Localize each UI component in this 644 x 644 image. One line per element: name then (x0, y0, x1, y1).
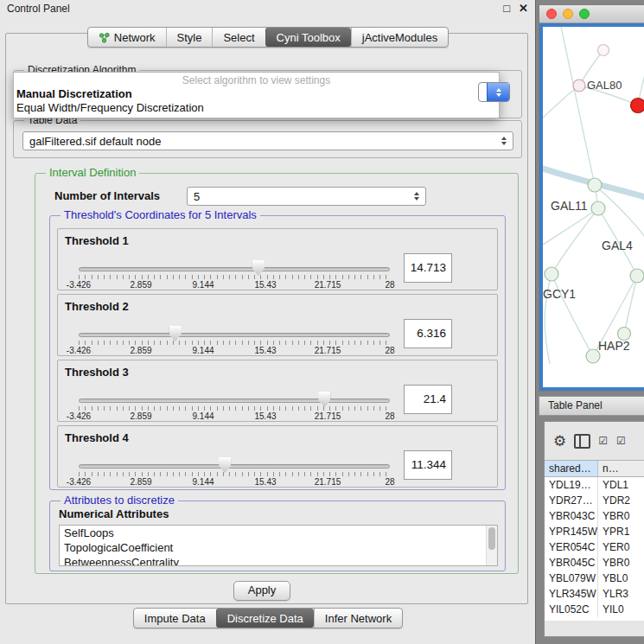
scale-label: 2.859 (130, 346, 151, 355)
table-row[interactable]: YDR27…YDR2 (545, 493, 644, 508)
number-of-intervals-combo[interactable]: 5 (187, 187, 426, 206)
network-canvas[interactable]: GAL80 GAL11 GAL4 GCY1 HAP2 (543, 27, 644, 387)
scrollbar-thumb[interactable] (488, 527, 495, 550)
scale-label: 15.43 (254, 477, 276, 487)
list-item[interactable]: BetweennessCentrality (60, 555, 497, 566)
number-of-intervals-value: 5 (194, 190, 409, 203)
tab-network-label: Network (114, 31, 156, 44)
tab-jactivemodules[interactable]: jActiveModules (351, 28, 448, 47)
popup-option-equal-width-frequency[interactable]: Equal Width/Frequency Discretization (14, 101, 499, 115)
algorithm-combo-endcap[interactable] (478, 82, 510, 102)
threshold-1-slider-thumb[interactable] (252, 260, 265, 276)
slider-scale-labels: -3.426 2.859 9.144 15.43 21.715 28 (79, 477, 390, 488)
table-data-combo[interactable]: galFiltered.sif default node (22, 131, 513, 150)
cell[interactable]: YBR043C (545, 508, 598, 524)
gear-icon[interactable]: ⚙ (553, 434, 566, 449)
scale-label: 21.715 (315, 346, 341, 355)
tab-impute-data[interactable]: Impute Data (134, 609, 216, 628)
control-panel-titlebar: Control Panel □ ✕ (0, 0, 535, 16)
tab-discretize-data-label: Discretize Data (227, 612, 303, 625)
tab-infer-network[interactable]: Infer Network (314, 609, 402, 628)
column-header-shared-name[interactable]: shared… (545, 461, 598, 476)
window-title: Control Panel (7, 3, 70, 15)
list-item[interactable]: SelfLoops (60, 526, 497, 540)
threshold-2-slider: -3.426 2.859 9.144 15.43 21.715 28 (79, 329, 390, 355)
close-traffic-light[interactable] (546, 9, 557, 19)
cell[interactable]: YER0 (598, 539, 644, 555)
scale-label: -3.426 (67, 411, 91, 421)
node-gal4[interactable] (591, 201, 605, 215)
node-label-hap2: HAP2 (598, 339, 630, 353)
table-row[interactable]: YBR045CYBR0 (545, 555, 644, 571)
node-gal11[interactable] (588, 178, 602, 192)
table-row[interactable]: YLR345WYLR3 (545, 586, 644, 602)
cell[interactable]: YIL0 (598, 602, 644, 617)
cell[interactable]: YDL1 (598, 477, 644, 493)
cell[interactable]: YBR045C (545, 555, 598, 571)
cell[interactable]: YPR145W (545, 524, 598, 539)
control-panel-window: Control Panel □ ✕ Network (0, 0, 536, 644)
table-row[interactable]: YBL079WYBL0 (545, 571, 644, 586)
tab-cyni-toolbox[interactable]: Cyni Toolbox (265, 28, 351, 47)
cell[interactable]: YBL0 (598, 571, 644, 586)
list-item[interactable]: TopologicalCoefficient (60, 540, 497, 555)
threshold-1-label: Threshold 1 (65, 234, 129, 247)
minimize-traffic-light[interactable] (563, 9, 573, 19)
threshold-3-slider-thumb[interactable] (318, 392, 330, 407)
slider-track[interactable] (79, 333, 390, 337)
tab-select-label: Select (223, 31, 254, 44)
node-gal80[interactable] (573, 80, 585, 92)
list-scrollbar[interactable] (486, 526, 497, 565)
cell[interactable]: YDR2 (598, 493, 644, 508)
cell[interactable]: YBR0 (598, 508, 644, 524)
table-data-combo-value: galFiltered.sif default node (29, 135, 496, 148)
table-row[interactable]: YIL052CYIL0 (545, 602, 644, 617)
threshold-1-value-field[interactable]: 14.713 (404, 253, 452, 283)
tab-discretize-data[interactable]: Discretize Data (216, 609, 314, 628)
float-window-icon[interactable]: □ (503, 3, 510, 14)
threshold-2-panel: Threshold 2 -3.426 2.859 9.144 15.43 21.… (57, 294, 498, 356)
cell[interactable]: YBL079W (545, 571, 598, 586)
tab-network[interactable]: Network (88, 28, 166, 47)
slider-track[interactable] (79, 267, 390, 271)
threshold-4-slider-thumb[interactable] (219, 457, 231, 473)
popup-option-manual-discretization[interactable]: Manual Discretization (14, 87, 499, 101)
scale-label: 15.43 (254, 346, 276, 355)
zoom-traffic-light[interactable] (579, 9, 590, 19)
select-none-checkbox-icon[interactable]: ☑ (616, 436, 627, 446)
table-row[interactable]: YPR145WYPR1 (545, 524, 644, 539)
cell[interactable]: YER054C (545, 539, 598, 555)
combo-arrows-icon (501, 137, 507, 145)
table-row[interactable]: YBR043CYBR0 (545, 508, 644, 524)
table-row[interactable]: YDL19…YDL1 (545, 477, 644, 493)
tab-select[interactable]: Select (212, 28, 265, 47)
column-header-name[interactable]: n… (598, 461, 644, 476)
close-icon[interactable]: ✕ (519, 3, 528, 14)
table-row[interactable]: YER054CYER0 (545, 539, 644, 555)
apply-button[interactable]: Apply (233, 581, 290, 601)
select-all-checkbox-icon[interactable]: ☑ (598, 436, 609, 446)
threshold-3-label: Threshold 3 (65, 366, 129, 379)
node[interactable] (630, 269, 644, 283)
node[interactable] (598, 45, 609, 56)
node-gcy1[interactable] (545, 267, 558, 281)
cell[interactable]: YIL052C (545, 602, 598, 617)
slider-track[interactable] (79, 464, 390, 469)
scale-label: 9.144 (192, 477, 214, 487)
threshold-4-value-field[interactable]: 11.344 (404, 450, 452, 480)
node-selected-red[interactable] (631, 99, 644, 113)
threshold-3-value-field[interactable]: 21.4 (404, 385, 452, 414)
cell[interactable]: YDL19… (545, 477, 598, 493)
threshold-2-value-field[interactable]: 6.316 (404, 319, 452, 348)
tab-style[interactable]: Style (166, 28, 213, 47)
cell[interactable]: YBR0 (598, 555, 644, 571)
cell[interactable]: YLR3 (598, 586, 644, 602)
cell[interactable]: YPR1 (598, 524, 644, 539)
threshold-2-slider-thumb[interactable] (169, 326, 182, 341)
combo-stepper-icon (487, 83, 509, 101)
slider-track[interactable] (79, 399, 390, 403)
column-chooser-icon[interactable] (574, 434, 590, 449)
cell[interactable]: YDR27… (545, 493, 598, 508)
cell[interactable]: YLR345W (545, 586, 598, 602)
table-toolbar: ⚙ ☑ ☑ (545, 422, 644, 460)
